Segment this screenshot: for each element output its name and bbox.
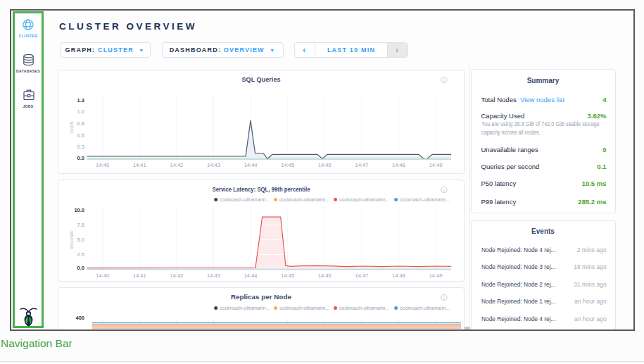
svg-text:14:40: 14:40	[96, 162, 109, 168]
svg-text:14:43: 14:43	[207, 162, 220, 168]
svg-text:0.8: 0.8	[77, 120, 84, 127]
svg-text:400: 400	[75, 315, 84, 321]
svg-text:14:41: 14:41	[133, 272, 146, 279]
svg-text:cockroach-ultramarin...: cockroach-ultramarin...	[400, 197, 450, 202]
svg-text:0.3: 0.3	[77, 144, 84, 150]
svg-text:14:48: 14:48	[392, 162, 405, 168]
svg-text:0.0: 0.0	[77, 155, 84, 161]
svg-text:cockroach-ultramarin...: cockroach-ultramarin...	[279, 306, 329, 310]
svg-text:14:48: 14:48	[392, 272, 405, 279]
svg-text:5.0: 5.0	[77, 237, 84, 243]
svg-text:cockroach-ultramarin...: cockroach-ultramarin...	[339, 306, 389, 310]
svg-text:14:47: 14:47	[355, 272, 369, 279]
svg-text:Replicas per Node: Replicas per Node	[231, 294, 291, 301]
svg-text:10.0: 10.0	[74, 207, 84, 213]
svg-text:cockroach-ultramarin...: cockroach-ultramarin...	[400, 306, 450, 310]
svg-text:14:45: 14:45	[281, 162, 294, 168]
svg-text:14:43: 14:43	[207, 272, 220, 279]
svg-text:cockroach-ultramarin...: cockroach-ultramarin...	[279, 197, 329, 202]
svg-text:14:46: 14:46	[318, 272, 332, 279]
svg-text:count: count	[69, 121, 74, 133]
svg-text:cockroach-ultramarin...: cockroach-ultramarin...	[339, 197, 389, 202]
svg-text:seconds: seconds	[69, 230, 74, 249]
svg-text:14:44: 14:44	[244, 162, 258, 168]
svg-text:14:41: 14:41	[133, 162, 146, 168]
svg-text:1.0: 1.0	[77, 108, 84, 115]
svg-text:14:49: 14:49	[429, 162, 443, 168]
svg-text:SQL Queries: SQL Queries	[242, 76, 281, 83]
svg-text:14:47: 14:47	[355, 162, 369, 168]
svg-text:cockroach-ultramarin...: cockroach-ultramarin...	[220, 197, 270, 202]
svg-text:14:46: 14:46	[318, 162, 332, 168]
svg-text:7.5: 7.5	[77, 222, 84, 228]
svg-text:2.5: 2.5	[77, 251, 84, 258]
svg-text:14:45: 14:45	[281, 272, 294, 279]
svg-text:Service Latency: SQL, 99th per: Service Latency: SQL, 99th percentile	[213, 186, 310, 193]
svg-text:0.0: 0.0	[77, 265, 84, 271]
svg-text:14:44: 14:44	[244, 272, 258, 279]
svg-text:14:42: 14:42	[170, 272, 184, 279]
svg-text:1.3: 1.3	[77, 97, 84, 103]
svg-text:14:40: 14:40	[96, 272, 109, 279]
svg-text:cockroach-ultramarin...: cockroach-ultramarin...	[220, 306, 270, 310]
svg-text:14:42: 14:42	[170, 162, 184, 168]
svg-text:0.5: 0.5	[77, 132, 84, 139]
svg-text:14:49: 14:49	[429, 272, 443, 279]
